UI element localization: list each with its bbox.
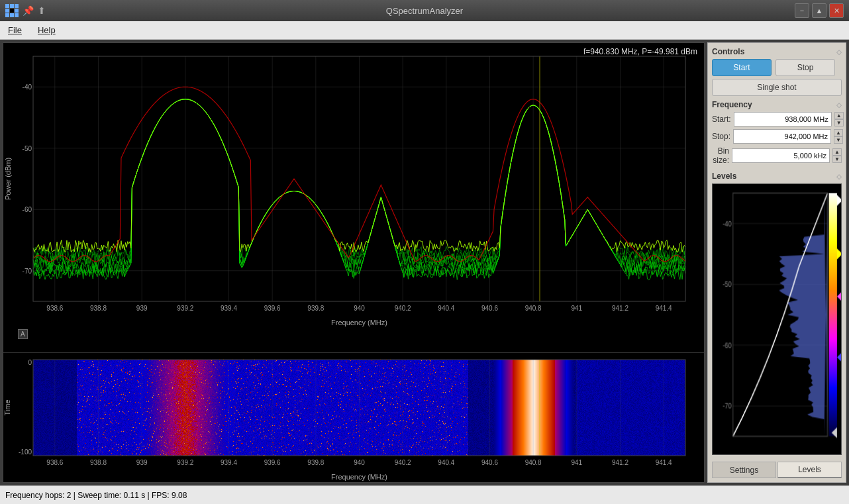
waterfall-area xyxy=(3,353,704,482)
bin-size-down[interactable]: ▼ xyxy=(832,156,842,163)
tab-settings[interactable]: Settings xyxy=(712,462,776,478)
start-freq-down[interactable]: ▼ xyxy=(834,119,844,126)
bin-size-spinner: ▲ ▼ xyxy=(832,148,842,163)
spectrum-area: f=940.830 MHz, P=-49.981 dBm A xyxy=(3,43,704,353)
controls-section: Controls ◇ Start Stop Single shot xyxy=(712,47,842,96)
levels-chart xyxy=(712,183,842,455)
frequency-label: Frequency xyxy=(712,100,752,109)
stop-freq-up[interactable]: ▲ xyxy=(834,129,843,136)
levels-label: Levels xyxy=(712,172,736,181)
stop-freq-label: Stop: xyxy=(712,132,730,141)
unpin-icon[interactable]: 📌 xyxy=(23,5,34,16)
bin-size-label: Bin size: xyxy=(712,146,729,165)
single-shot-button[interactable]: Single shot xyxy=(712,79,842,96)
stop-freq-down[interactable]: ▼ xyxy=(834,136,843,144)
bottom-tabs: Settings Levels xyxy=(712,462,842,478)
window-title: QSpectrumAnalyzer xyxy=(386,6,463,16)
start-freq-row: Start: ▲ ▼ xyxy=(712,112,842,126)
minimize-button[interactable]: − xyxy=(795,3,809,18)
start-freq-spinner: ▲ ▼ xyxy=(834,112,844,126)
start-stop-row: Start Stop xyxy=(712,59,842,76)
left-panel: f=940.830 MHz, P=-49.981 dBm A xyxy=(3,42,705,483)
stop-button[interactable]: Stop xyxy=(775,59,835,76)
stop-freq-spinner: ▲ ▼ xyxy=(834,129,843,144)
status-text: Frequency hops: 2 | Sweep time: 0.11 s |… xyxy=(5,491,187,500)
file-menu[interactable]: File xyxy=(4,24,26,36)
cursor-info: f=940.830 MHz, P=-49.981 dBm xyxy=(583,47,697,56)
levels-section: Levels ◇ xyxy=(712,172,842,455)
titlebar: 📌 ⬆ QSpectrumAnalyzer − ▲ ✕ xyxy=(0,0,849,21)
stop-freq-row: Stop: ▲ ▼ xyxy=(712,129,842,144)
frequency-diamond: ◇ xyxy=(836,101,842,109)
frequency-section: Frequency ◇ Start: ▲ ▼ Stop: ▲ ▼ xyxy=(712,100,842,168)
bin-size-up[interactable]: ▲ xyxy=(832,148,842,156)
bin-size-input[interactable] xyxy=(732,148,830,163)
bin-size-row: Bin size: ▲ ▼ xyxy=(712,146,842,165)
start-freq-up[interactable]: ▲ xyxy=(834,112,844,119)
right-panel: Controls ◇ Start Stop Single shot Freque… xyxy=(707,42,846,483)
maximize-button[interactable]: ▲ xyxy=(812,3,826,18)
restore-icon[interactable]: ⬆ xyxy=(38,5,46,16)
levels-diamond: ◇ xyxy=(836,173,842,180)
controls-diamond: ◇ xyxy=(836,48,842,56)
frequency-header: Frequency ◇ xyxy=(712,100,842,109)
stop-freq-input[interactable] xyxy=(733,129,831,144)
tab-levels[interactable]: Levels xyxy=(777,462,842,478)
start-button[interactable]: Start xyxy=(712,59,772,76)
close-button[interactable]: ✕ xyxy=(829,3,844,18)
titlebar-right: − ▲ ✕ xyxy=(795,3,844,18)
start-freq-input[interactable] xyxy=(734,112,832,126)
statusbar: Frequency hops: 2 | Sweep time: 0.11 s |… xyxy=(0,485,849,504)
start-freq-label: Start: xyxy=(712,115,731,124)
controls-header: Controls ◇ xyxy=(712,47,842,56)
levels-header: Levels ◇ xyxy=(712,172,842,181)
menubar: File Help xyxy=(0,21,849,40)
titlebar-left: 📌 ⬆ xyxy=(5,4,46,17)
autoscale-button[interactable]: A xyxy=(18,329,28,339)
help-menu[interactable]: Help xyxy=(34,24,60,36)
app-icon xyxy=(5,4,19,17)
main-content: f=940.830 MHz, P=-49.981 dBm A Controls … xyxy=(0,40,849,485)
controls-label: Controls xyxy=(712,47,744,56)
